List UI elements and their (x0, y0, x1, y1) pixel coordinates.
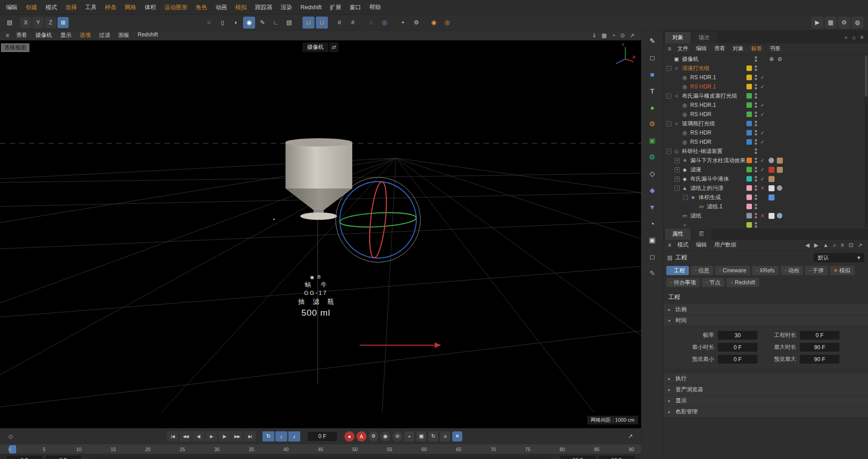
object-type-icon[interactable]: ▣ (673, 56, 680, 62)
scene-nodes-button[interactable]: ◌ (365, 17, 377, 29)
menu-item[interactable]: 样条 (101, 0, 121, 15)
menu-item[interactable]: 体积 (140, 0, 160, 15)
save-button[interactable]: ▤ (4, 17, 16, 29)
tree-row-label[interactable]: 布氏漏斗橡皮塞打光组 (682, 92, 737, 100)
visibility-dots[interactable] (755, 139, 757, 145)
tree-expander-icon[interactable]: - (675, 186, 680, 191)
field-value[interactable]: 90 F (800, 343, 839, 352)
tree-row[interactable]: ◎ RS HDR ✓ (664, 137, 816, 147)
object-tag-icon[interactable] (777, 185, 782, 191)
search-icon[interactable]: ⌕ (833, 242, 836, 248)
point-sphere-icon[interactable]: ● (646, 100, 659, 114)
viewport-menu-item[interactable]: 过滤 (95, 31, 114, 39)
object-tag-icon[interactable] (769, 158, 774, 163)
quantize-button[interactable]: # (333, 17, 345, 29)
rectangle-tool-icon[interactable]: □ (646, 51, 659, 65)
visibility-dots[interactable] (755, 84, 757, 89)
tree-row[interactable]: ○ (664, 220, 816, 229)
cylinder-button[interactable]: ▯ (216, 17, 228, 29)
tree-row-label[interactable]: 漏斗下方水柱流动效果 (690, 157, 746, 165)
attr-menu-item[interactable]: 模式 (674, 241, 692, 249)
tree-row-label[interactable]: 滤纸 (690, 212, 701, 220)
attr-menu-item[interactable]: 用户数据 (711, 241, 740, 249)
visibility-dots[interactable] (755, 158, 757, 163)
range-end-field-2[interactable]: 90 F (599, 456, 635, 459)
menu-item[interactable]: 渲染 (277, 0, 297, 15)
object-type-icon[interactable]: ▲ (681, 185, 688, 191)
visibility-dots[interactable] (755, 56, 757, 62)
object-type-icon[interactable]: ◎ (681, 75, 688, 81)
text-tool-icon[interactable]: T (646, 84, 659, 98)
object-tag-icon[interactable] (769, 213, 775, 219)
attr-menu-item[interactable]: 编辑 (692, 241, 711, 249)
position-toggle[interactable]: + (404, 431, 414, 441)
menu-item[interactable]: 工具 (81, 0, 101, 15)
axis-x-button[interactable]: X (20, 17, 31, 28)
grid-snap-button[interactable]: # (347, 17, 359, 29)
enable-status-icon[interactable]: ✓ (760, 112, 764, 118)
visibility-dots[interactable] (755, 102, 757, 108)
viewport-menu-item[interactable]: 选项 (76, 31, 95, 39)
om-menu-icon[interactable]: ≡ (665, 46, 674, 52)
tree-row[interactable]: + ◆ 滤液 ✓ (664, 165, 816, 174)
tree-row[interactable]: - ■ 体积生成 (664, 193, 816, 202)
attribute-tab[interactable]: ⚙ 模拟 (830, 266, 855, 275)
record-button[interactable]: ● (344, 431, 355, 441)
tree-expander-icon[interactable]: + (675, 167, 680, 172)
range-slider-track[interactable] (88, 457, 553, 459)
clock-icon[interactable]: ◔ (612, 32, 615, 39)
visibility-dots[interactable] (755, 167, 757, 172)
fcurve-button[interactable]: ↗ (624, 430, 636, 442)
layer-color-swatch[interactable] (746, 213, 752, 218)
layer-color-swatch[interactable] (746, 84, 752, 89)
menu-item[interactable]: 模拟 (231, 0, 251, 15)
forward-icon[interactable]: ▶ (814, 242, 818, 248)
section-time[interactable]: ▾ 时间 (664, 315, 868, 326)
render-settings-button[interactable]: ⚙ (838, 17, 850, 29)
enable-status-icon[interactable]: ✓ (760, 176, 764, 182)
render-safe-button[interactable]: ◉ (428, 17, 440, 29)
cube-icon[interactable]: ■ (646, 67, 659, 81)
parameter-toggle[interactable]: ≡ (440, 431, 450, 441)
menu-item[interactable]: 模式 (41, 0, 61, 15)
object-type-icon[interactable]: ◎ (681, 139, 688, 145)
object-tag-icon[interactable] (777, 167, 783, 173)
goto-end-button[interactable]: ▶| (244, 431, 256, 441)
attribute-tab[interactable]: ▫ XRefs (752, 266, 779, 275)
home-icon[interactable]: ⌂ (852, 34, 856, 41)
layer-color-swatch[interactable] (746, 93, 752, 99)
tree-row[interactable]: ◎ RS HDR.1 ✓ (664, 82, 816, 91)
menu-item[interactable]: 跟踪器 (251, 0, 277, 15)
scale-toggle[interactable]: ▣ (416, 431, 426, 441)
section-execute[interactable]: ▸ 执行 (664, 373, 868, 384)
menu-item[interactable]: 动画 (211, 0, 231, 15)
layer-color-swatch[interactable] (746, 130, 752, 135)
tree-row-label[interactable]: 滤纸.1 (707, 203, 722, 211)
popout-icon[interactable]: ↗ (630, 32, 635, 39)
current-frame-field[interactable]: 0 F (308, 432, 337, 441)
modeling-settings-button[interactable]: ⚙ (410, 17, 422, 29)
tree-row-label[interactable]: RS HDR (690, 129, 711, 136)
capsule-button[interactable]: ◎ (379, 17, 390, 29)
object-type-icon[interactable]: ○ (673, 93, 680, 99)
clock-icon[interactable]: ◔ (646, 217, 659, 230)
field-value[interactable]: 0 F (718, 343, 757, 352)
panel-tab[interactable]: 属性 (665, 228, 691, 240)
visibility-dots[interactable] (755, 75, 757, 80)
object-type-icon[interactable]: ◎ (681, 130, 688, 136)
field-value[interactable]: 0 F (800, 331, 839, 340)
object-type-icon[interactable]: ◎ (681, 84, 688, 90)
layer-color-swatch[interactable] (746, 204, 752, 209)
object-type-icon[interactable]: ◇ (673, 148, 680, 154)
axis-mod-button[interactable]: + (397, 17, 409, 29)
tree-row[interactable]: ◎ RS HDR.1 ✓ (664, 73, 816, 82)
lock-icon[interactable]: ⊡ (849, 242, 853, 248)
layer-color-swatch[interactable] (746, 194, 752, 200)
back-icon[interactable]: ◀ (805, 242, 810, 248)
tree-expander-icon[interactable]: - (683, 195, 688, 200)
object-type-icon[interactable]: ✳ (681, 158, 688, 164)
viewport-menu-icon[interactable]: ≡ (3, 32, 12, 39)
field-value[interactable]: 30 (718, 331, 757, 340)
popout-icon[interactable]: ↗ (858, 242, 862, 248)
layer-color-swatch[interactable] (746, 121, 752, 126)
